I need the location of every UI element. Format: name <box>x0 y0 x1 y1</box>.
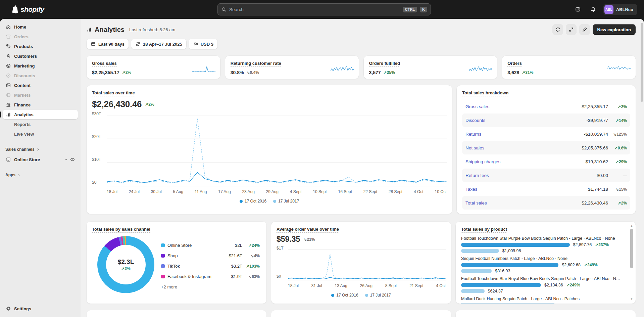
x-axis-label: 10 Oct <box>435 189 446 194</box>
home-icon <box>5 24 11 30</box>
filter-pill-1[interactable]: 18 Apr–17 Jul 2025 <box>131 39 186 49</box>
more-channels-link[interactable]: +2 more <box>161 284 260 289</box>
store-avatar: ABL <box>604 5 613 14</box>
metric-change: ↗35% <box>384 70 395 75</box>
partial-card <box>456 310 636 317</box>
sidekick-button[interactable] <box>573 4 583 15</box>
sidebar-item-live-view[interactable]: Live View <box>3 129 78 139</box>
channel-value: $2L <box>235 243 242 248</box>
metric-change: ↗31% <box>522 70 533 75</box>
shopify-logo[interactable]: shopify <box>11 5 44 14</box>
channel-label: Shop <box>167 253 178 258</box>
channel-legend-row: Facebook & Instagram $1.9T ↘63% <box>161 271 260 282</box>
breakdown-row: Taxes $1,744.18 ↘15% <box>462 182 630 196</box>
avg-order-value-change: ↘21% <box>303 237 315 242</box>
scroll-up-icon[interactable]: ▲ <box>630 224 633 228</box>
refresh-button[interactable] <box>552 24 563 35</box>
filter-pill-2[interactable]: USD $ <box>189 39 217 49</box>
sales-by-product-card: Total sales by product Football Touchdow… <box>456 222 636 304</box>
product-bar-previous <box>461 249 499 253</box>
global-search[interactable]: CTRL K <box>217 3 431 15</box>
sales-channels-header[interactable]: Sales channels <box>3 146 78 153</box>
store-menu[interactable]: ABL ABLNco <box>603 4 637 15</box>
product-row: Football Touchdown Star Purple Bow Boots… <box>461 236 630 253</box>
sidebar-item-customers[interactable]: Customers <box>3 51 78 61</box>
breakdown-value: $2,26,430.46 <box>582 200 608 206</box>
metric-value: $2,25,355.17 <box>92 70 119 75</box>
metric-sparkline <box>331 65 354 75</box>
avg_order_value-plot <box>288 248 446 281</box>
breakdown-label[interactable]: Returns <box>465 132 481 137</box>
calendar-icon <box>91 41 96 47</box>
breakdown-label[interactable]: Return fees <box>465 173 489 178</box>
channel-value: $1.9T <box>231 274 242 279</box>
breakdown-row: Gross sales $2,25,355.17 ↗2% <box>462 100 630 113</box>
y-axis-label: $20T <box>92 134 104 139</box>
x-axis-label: 8 Sept <box>385 283 397 288</box>
apps-header[interactable]: Apps <box>3 172 78 178</box>
y-axis-label: $1T <box>277 246 285 251</box>
fullscreen-button[interactable] <box>566 24 577 35</box>
new-exploration-button[interactable]: New exploration <box>593 24 636 35</box>
donut-center-value: $2.3L <box>118 258 134 266</box>
compare-icon <box>135 41 141 47</box>
product-name: Football Touchdown Star Royal Blue Bow B… <box>461 276 622 281</box>
eye-icon[interactable] <box>69 157 75 162</box>
sidebar-item-products[interactable]: Products <box>3 42 78 51</box>
breakdown-row: Net sales $2,05,375.66 ↗0.6% <box>462 141 630 154</box>
refresh-icon <box>555 27 560 32</box>
shopify-wordmark: shopify <box>20 5 44 13</box>
markets-icon <box>5 92 11 98</box>
metric-sparkline <box>607 65 631 75</box>
breakdown-label[interactable]: Taxes <box>465 187 477 192</box>
total-sales-over-time-card: Total sales over time $2,26,430.46 ↗2% $… <box>87 85 452 214</box>
breakdown-change: ↗0.6% <box>614 146 627 150</box>
breakdown-label[interactable]: Discounts <box>465 118 485 123</box>
sidebar-item-home[interactable]: Home <box>3 22 78 32</box>
product-card-scrollbar[interactable]: ▲ ▼ <box>629 224 634 301</box>
donut-center-change: ↗2% <box>121 266 130 271</box>
sidebar-item-reports[interactable]: Reports <box>3 120 78 129</box>
edit-button[interactable] <box>579 24 590 35</box>
x-axis-label: 11 Aug <box>195 189 207 194</box>
sidebar-item-content[interactable]: Content <box>3 81 78 90</box>
product-bar-current <box>461 283 541 287</box>
metric-card-0: Gross sales $2,25,355.17↗2% <box>87 56 220 79</box>
sidebar-item-settings[interactable]: Settings <box>3 304 78 313</box>
product-row: Football Touchdown Star Royal Blue Bow B… <box>461 276 630 293</box>
channel-change: ↗24% <box>248 243 260 248</box>
filter-pill-0[interactable]: Last 90 days <box>87 39 129 49</box>
breakdown-label[interactable]: Shipping charges <box>465 159 500 164</box>
breakdown-label[interactable]: Total sales <box>465 200 487 206</box>
x-axis-label: 23 Aug <box>242 189 254 194</box>
channel-change: ↘4% <box>251 254 260 258</box>
page-scrollbar[interactable] <box>641 23 643 102</box>
scrollbar-thumb[interactable] <box>630 229 633 268</box>
metric-title: Gross sales <box>92 61 117 67</box>
channel-donut-chart: $2.3L ↗2% <box>97 236 154 293</box>
x-axis-label: 18 Jul <box>288 283 299 288</box>
main-content: Analytics Last refreshed: 5:26 am New ex… <box>81 19 644 317</box>
metric-sparkline <box>192 65 215 75</box>
store-icon <box>5 157 11 162</box>
x-axis-label: 13 Aug <box>335 283 347 288</box>
top-bar: shopify CTRL K ABL ABLNco <box>0 0 644 19</box>
metric-value: 30.8% <box>231 70 244 75</box>
x-axis-label: 26 Aug <box>360 283 373 288</box>
notifications-button[interactable] <box>588 4 599 15</box>
sidebar-item-online-store[interactable]: Online Store <box>3 155 78 164</box>
sidebar-item-finance[interactable]: Finance <box>3 100 78 109</box>
sidebar-item-analytics[interactable]: Analytics <box>3 110 78 119</box>
scroll-down-icon[interactable]: ▼ <box>630 298 633 301</box>
channel-color-swatch <box>161 264 165 268</box>
product-current-value: $2,602.68 <box>562 263 581 267</box>
breakdown-label[interactable]: Gross sales <box>465 104 489 109</box>
x-axis-label: 18 Jul <box>107 189 117 194</box>
metric-card-3: Orders 3,628↗31% <box>502 56 636 79</box>
sidebar-item-marketing[interactable]: Marketing <box>3 61 78 71</box>
sidebar-item-discounts: Discounts <box>3 71 78 80</box>
channel-change: ↘63% <box>248 274 260 279</box>
y-axis-label: $10T <box>92 157 104 162</box>
search-input[interactable] <box>229 7 400 12</box>
breakdown-label[interactable]: Net sales <box>465 145 484 150</box>
